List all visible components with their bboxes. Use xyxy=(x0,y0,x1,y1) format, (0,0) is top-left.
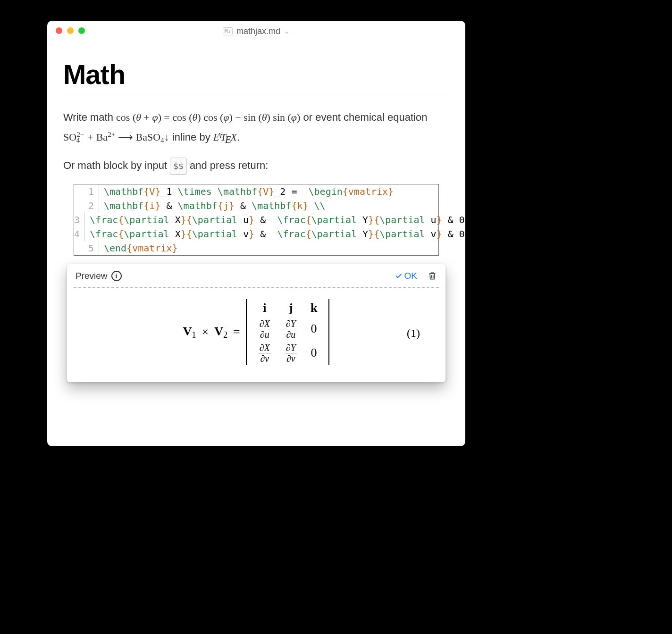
filename-label: mathjax.md xyxy=(236,26,280,36)
document-body[interactable]: Math Write math cos (θ + φ) = cos (θ) co… xyxy=(47,42,465,396)
app-window: M↓ mathjax.md ⌄ Math Write math cos (θ +… xyxy=(47,21,465,446)
delete-button[interactable] xyxy=(428,271,437,281)
intro-paragraph: Write math cos (θ + φ) = cos (θ) cos (φ)… xyxy=(63,108,449,147)
check-icon xyxy=(395,272,403,280)
confirm-button[interactable]: OK xyxy=(395,271,417,281)
document-title[interactable]: M↓ mathjax.md ⌄ xyxy=(223,26,290,36)
latex-source-editor[interactable]: 1\mathbf{V}_1 \times \mathbf{V}_2 = \beg… xyxy=(74,184,439,256)
preview-divider xyxy=(74,287,439,288)
latex-logo: LATEX xyxy=(213,131,237,143)
info-icon[interactable]: i xyxy=(111,271,122,281)
heading-rule xyxy=(63,96,449,96)
inline-math-trig[interactable]: cos (θ + φ) = cos (θ) cos (φ) − sin (θ) … xyxy=(116,111,300,123)
line-number: 5 xyxy=(74,241,99,255)
block-instruction-paragraph: Or math block by input $$ and press retu… xyxy=(63,156,449,175)
inline-math-chem[interactable]: SO2−4 + Ba2+ ⟶ BaSO4↓ xyxy=(63,131,169,143)
trash-icon xyxy=(428,271,437,281)
source-line[interactable]: \frac{\partial X}{\partial v} & \frac{\p… xyxy=(85,227,465,241)
vmatrix: ijk∂X∂u∂Y∂u0∂X∂v∂Y∂v0 xyxy=(246,299,330,365)
equation-number: (1) xyxy=(407,326,420,339)
line-number: 4 xyxy=(74,227,85,241)
line-number: 1 xyxy=(74,184,99,199)
page-title: Math xyxy=(63,58,449,90)
zoom-window-button[interactable] xyxy=(78,27,85,34)
markdown-file-icon: M↓ xyxy=(223,27,233,35)
source-line[interactable]: \end{vmatrix} xyxy=(99,241,438,255)
preview-label: Preview xyxy=(76,271,108,281)
line-number: 3 xyxy=(74,213,85,227)
titlebar: M↓ mathjax.md ⌄ xyxy=(47,21,465,42)
math-preview-panel: Preview i OK xyxy=(67,264,445,382)
source-line[interactable]: \mathbf{i} & \mathbf{j} & \mathbf{k} \\ xyxy=(99,199,438,213)
close-window-button[interactable] xyxy=(56,27,62,34)
source-line[interactable]: \frac{\partial X}{\partial u} & \frac{\p… xyxy=(85,213,465,227)
chevron-down-icon: ⌄ xyxy=(284,27,290,35)
dollar-dollar-key: $$ xyxy=(170,158,187,175)
rendered-equation: V1 × V2 = ijk∂X∂u∂Y∂u0∂X∂v∂Y∂v0 (1) xyxy=(76,296,437,370)
source-line[interactable]: \mathbf{V}_1 \times \mathbf{V}_2 = \begi… xyxy=(99,184,438,199)
minimize-window-button[interactable] xyxy=(67,27,74,34)
line-number: 2 xyxy=(74,199,99,213)
